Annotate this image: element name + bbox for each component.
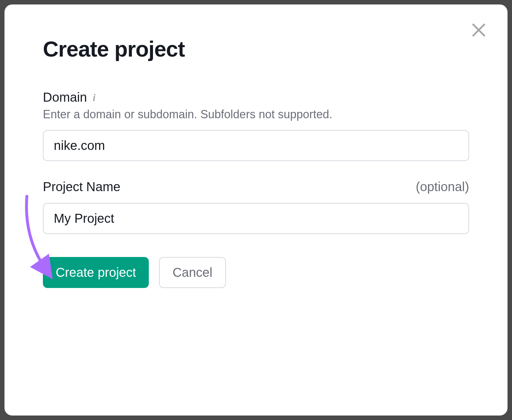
- cancel-button[interactable]: Cancel: [159, 257, 226, 288]
- close-icon: [470, 22, 487, 38]
- button-row: Create project Cancel: [43, 257, 469, 288]
- project-name-form-group: Project Name (optional): [43, 180, 469, 234]
- create-project-button[interactable]: Create project: [43, 257, 149, 288]
- create-project-modal: Create project Domain i Enter a domain o…: [4, 4, 508, 416]
- close-button[interactable]: [469, 20, 488, 40]
- domain-helper-text: Enter a domain or subdomain. Subfolders …: [43, 108, 469, 121]
- optional-label: (optional): [416, 180, 469, 194]
- domain-form-group: Domain i Enter a domain or subdomain. Su…: [43, 90, 469, 161]
- info-icon[interactable]: i: [93, 92, 96, 104]
- project-name-label: Project Name: [43, 180, 120, 194]
- domain-label: Domain: [43, 90, 87, 105]
- domain-input[interactable]: [43, 130, 469, 161]
- project-name-input[interactable]: [43, 203, 469, 234]
- modal-title: Create project: [43, 36, 469, 61]
